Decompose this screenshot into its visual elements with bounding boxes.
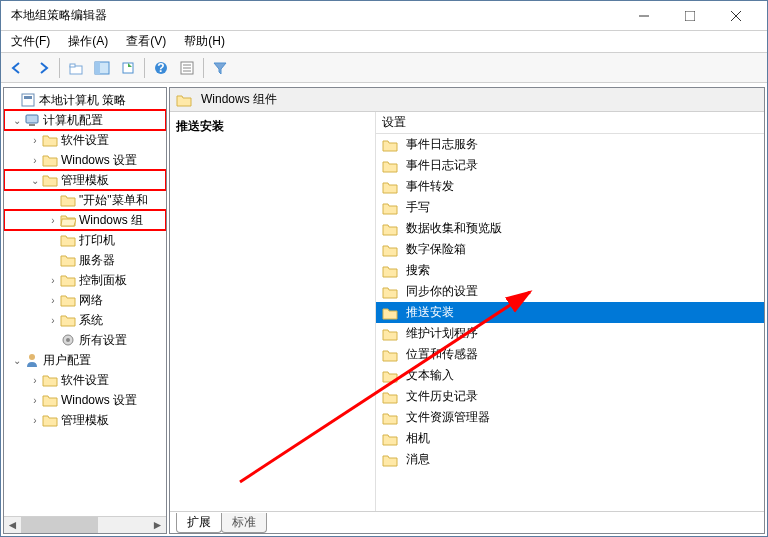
scroll-thumb[interactable] bbox=[21, 517, 98, 533]
tree-user-software[interactable]: › 软件设置 bbox=[4, 370, 166, 390]
tab-extended[interactable]: 扩展 bbox=[176, 513, 222, 533]
tree-admin-templates[interactable]: ⌄ 管理模板 bbox=[4, 170, 166, 190]
list-item[interactable]: 维护计划程序 bbox=[376, 323, 764, 344]
expand-icon[interactable]: › bbox=[28, 155, 42, 166]
tree-start-menu[interactable]: "开始"菜单和 bbox=[4, 190, 166, 210]
tree-label: 网络 bbox=[79, 292, 103, 309]
properties-button[interactable] bbox=[175, 56, 199, 80]
export-button[interactable] bbox=[116, 56, 140, 80]
folder-icon bbox=[382, 326, 398, 342]
svg-rect-18 bbox=[29, 124, 35, 126]
menu-help[interactable]: 帮助(H) bbox=[180, 31, 229, 52]
menubar: 文件(F) 操作(A) 查看(V) 帮助(H) bbox=[1, 31, 767, 53]
toolbar-separator bbox=[59, 58, 60, 78]
details-body: 推送安装 设置 事件日志服务事件日志记录事件转发手写数据收集和预览版数字保险箱搜… bbox=[170, 112, 764, 511]
list-item-label: 位置和传感器 bbox=[406, 346, 478, 363]
menu-action[interactable]: 操作(A) bbox=[64, 31, 112, 52]
up-level-button[interactable] bbox=[64, 56, 88, 80]
menu-view[interactable]: 查看(V) bbox=[122, 31, 170, 52]
filter-button[interactable] bbox=[208, 56, 232, 80]
tree-windows-components[interactable]: › Windows 组 bbox=[4, 210, 166, 230]
scroll-track[interactable] bbox=[21, 517, 149, 533]
tree-label: "开始"菜单和 bbox=[79, 192, 148, 209]
back-button[interactable] bbox=[5, 56, 29, 80]
list-item[interactable]: 文本输入 bbox=[376, 365, 764, 386]
list-item-label: 数字保险箱 bbox=[406, 241, 466, 258]
tree-label: 打印机 bbox=[79, 232, 115, 249]
tree-printers[interactable]: 打印机 bbox=[4, 230, 166, 250]
policy-tree[interactable]: 本地计算机 策略 ⌄ 计算机配置 › 软件设置 › Windows 设置 bbox=[4, 88, 166, 516]
tree-control-panel[interactable]: › 控制面板 bbox=[4, 270, 166, 290]
folder-icon bbox=[42, 132, 58, 148]
expand-icon[interactable]: › bbox=[46, 215, 60, 226]
close-button[interactable] bbox=[713, 1, 759, 31]
tree-label: Windows 组 bbox=[79, 212, 143, 229]
tree-computer-config[interactable]: ⌄ 计算机配置 bbox=[4, 110, 166, 130]
list-item-label: 搜索 bbox=[406, 262, 430, 279]
tree-windows-settings[interactable]: › Windows 设置 bbox=[4, 150, 166, 170]
folder-icon bbox=[382, 263, 398, 279]
list-item[interactable]: 事件日志服务 bbox=[376, 134, 764, 155]
menu-file[interactable]: 文件(F) bbox=[7, 31, 54, 52]
list-item[interactable]: 数字保险箱 bbox=[376, 239, 764, 260]
tree-label: 计算机配置 bbox=[43, 112, 103, 129]
list-item-label: 文件历史记录 bbox=[406, 388, 478, 405]
tree-all-settings[interactable]: 所有设置 bbox=[4, 330, 166, 350]
tree-software-settings[interactable]: › 软件设置 bbox=[4, 130, 166, 150]
list-item[interactable]: 事件转发 bbox=[376, 176, 764, 197]
show-tree-button[interactable] bbox=[90, 56, 114, 80]
tree-hscrollbar[interactable]: ◄ ► bbox=[4, 516, 166, 533]
list-item-label: 同步你的设置 bbox=[406, 283, 478, 300]
svg-rect-16 bbox=[24, 96, 32, 99]
expand-icon[interactable]: › bbox=[46, 295, 60, 306]
expand-icon[interactable]: › bbox=[28, 415, 42, 426]
settings-list[interactable]: 事件日志服务事件日志记录事件转发手写数据收集和预览版数字保险箱搜索同步你的设置推… bbox=[376, 134, 764, 511]
expand-icon[interactable]: › bbox=[28, 135, 42, 146]
list-item[interactable]: 同步你的设置 bbox=[376, 281, 764, 302]
list-item[interactable]: 事件日志记录 bbox=[376, 155, 764, 176]
scroll-left-icon[interactable]: ◄ bbox=[4, 517, 21, 533]
tab-standard[interactable]: 标准 bbox=[221, 513, 267, 533]
maximize-button[interactable] bbox=[667, 1, 713, 31]
folder-icon bbox=[382, 158, 398, 174]
tree-label: 用户配置 bbox=[43, 352, 91, 369]
list-header[interactable]: 设置 bbox=[376, 112, 764, 134]
expand-icon[interactable]: › bbox=[28, 395, 42, 406]
scroll-right-icon[interactable]: ► bbox=[149, 517, 166, 533]
list-item[interactable]: 推送安装 bbox=[376, 302, 764, 323]
folder-icon bbox=[382, 137, 398, 153]
tree-user-config[interactable]: ⌄ 用户配置 bbox=[4, 350, 166, 370]
list-item[interactable]: 手写 bbox=[376, 197, 764, 218]
collapse-icon[interactable]: ⌄ bbox=[10, 115, 24, 126]
folder-icon bbox=[60, 232, 76, 248]
expand-icon[interactable]: › bbox=[46, 275, 60, 286]
expand-icon[interactable]: › bbox=[46, 315, 60, 326]
folder-icon bbox=[382, 389, 398, 405]
forward-button[interactable] bbox=[31, 56, 55, 80]
tree-system[interactable]: › 系统 bbox=[4, 310, 166, 330]
list-item[interactable]: 相机 bbox=[376, 428, 764, 449]
folder-icon bbox=[382, 284, 398, 300]
help-button[interactable]: ? bbox=[149, 56, 173, 80]
list-item[interactable]: 文件资源管理器 bbox=[376, 407, 764, 428]
tree-root[interactable]: 本地计算机 策略 bbox=[4, 90, 166, 110]
description-pane: 推送安装 bbox=[170, 112, 376, 511]
list-item[interactable]: 消息 bbox=[376, 449, 764, 470]
path-label: Windows 组件 bbox=[201, 91, 277, 108]
tree-user-windows[interactable]: › Windows 设置 bbox=[4, 390, 166, 410]
list-item[interactable]: 文件历史记录 bbox=[376, 386, 764, 407]
tree-network[interactable]: › 网络 bbox=[4, 290, 166, 310]
list-item[interactable]: 搜索 bbox=[376, 260, 764, 281]
svg-rect-1 bbox=[685, 11, 695, 21]
collapse-icon[interactable]: ⌄ bbox=[28, 175, 42, 186]
list-item[interactable]: 数据收集和预览版 bbox=[376, 218, 764, 239]
list-item-label: 消息 bbox=[406, 451, 430, 468]
list-item[interactable]: 位置和传感器 bbox=[376, 344, 764, 365]
minimize-button[interactable] bbox=[621, 1, 667, 31]
view-tabs: 扩展 标准 bbox=[170, 511, 764, 533]
tree-root-label: 本地计算机 策略 bbox=[39, 92, 126, 109]
tree-servers[interactable]: 服务器 bbox=[4, 250, 166, 270]
tree-user-admin[interactable]: › 管理模板 bbox=[4, 410, 166, 430]
expand-icon[interactable]: › bbox=[28, 375, 42, 386]
collapse-icon[interactable]: ⌄ bbox=[10, 355, 24, 366]
